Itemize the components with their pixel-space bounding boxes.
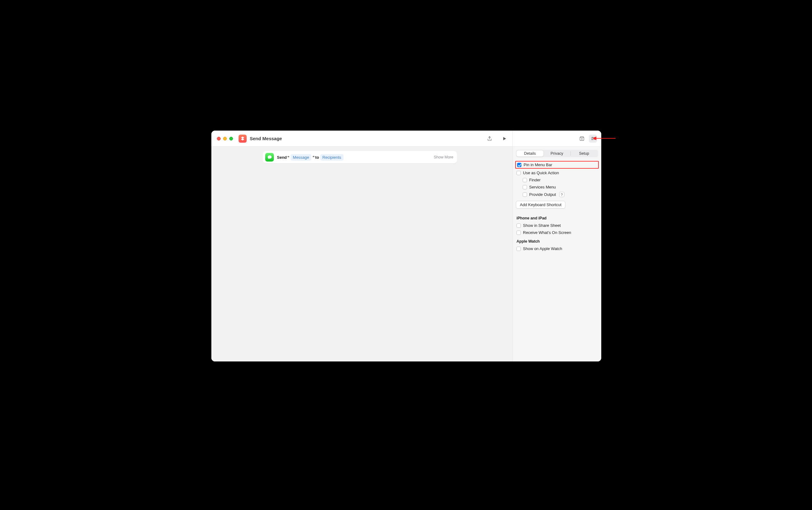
tab-details[interactable]: Details [517,150,543,157]
section-apple-watch: Apple Watch [517,239,598,244]
window-title: Send Message [250,136,282,141]
run-button[interactable] [500,135,509,143]
use-as-quick-action-checkbox[interactable] [517,171,521,175]
services-menu-checkbox[interactable] [523,185,527,189]
annotation-arrow [592,137,615,140]
show-in-share-sheet-checkbox[interactable] [517,223,521,228]
arrow-line [596,138,615,139]
provide-output-checkbox[interactable] [523,193,527,197]
pin-in-menu-bar-label: Pin in Menu Bar [524,163,552,167]
services-menu-label: Services Menu [529,185,556,189]
pin-in-menu-bar-checkbox[interactable] [517,163,521,167]
add-keyboard-shortcut-button[interactable]: Add Keyboard Shortcut [516,201,566,208]
window-controls [217,137,233,141]
receive-whats-on-screen-row: Receive What's On Screen [515,229,599,236]
provide-output-label: Provide Output [529,192,556,197]
provide-output-row: Provide Output ? [515,191,599,198]
show-on-apple-watch-row: Show on Apple Watch [515,245,599,252]
library-button[interactable] [578,135,586,143]
messages-app-icon [265,153,274,162]
shortcuts-app-icon [239,135,246,143]
quote-close: ” [313,155,315,160]
show-on-apple-watch-label: Show on Apple Watch [523,246,562,251]
quote-open: “ [288,155,290,160]
toolbar-center-group [486,131,509,146]
use-as-quick-action-label: Use as Quick Action [523,171,559,175]
show-on-apple-watch-checkbox[interactable] [517,247,521,251]
arrow-head-icon [592,137,596,140]
action-sentence: Send “ Message ” to Recipients [277,154,344,161]
app-window: Send Message [211,131,601,362]
recipients-token[interactable]: Recipients [320,154,344,161]
finder-label: Finder [529,178,541,182]
show-in-share-sheet-label: Show in Share Sheet [523,223,561,228]
services-menu-row: Services Menu [515,183,599,191]
zoom-window-button[interactable] [229,137,233,141]
pin-in-menu-bar-row: Pin in Menu Bar [515,161,599,169]
use-as-quick-action-row: Use as Quick Action [515,169,599,176]
window-body: Send “ Message ” to Recipients Show More… [211,147,601,362]
tab-privacy[interactable]: Privacy [543,150,570,157]
finder-checkbox[interactable] [523,178,527,182]
inspector-tabs: Details Privacy Setup [516,150,598,157]
toolbar-divider [513,131,513,146]
titlebar: Send Message [211,131,601,147]
action-verb: Send [277,155,287,160]
send-message-action[interactable]: Send “ Message ” to Recipients Show More [263,151,457,163]
tab-setup[interactable]: Setup [571,150,598,157]
to-word: to [315,155,319,160]
inspector-sidebar: Details Privacy Setup Pin in Menu Bar Us… [513,147,601,362]
section-iphone-ipad: iPhone and iPad [517,216,598,220]
show-more-button[interactable]: Show More [434,155,453,159]
finder-row: Finder [515,176,599,183]
share-button[interactable] [486,135,494,143]
editor-canvas[interactable]: Send “ Message ” to Recipients Show More [211,147,513,362]
show-in-share-sheet-row: Show in Share Sheet [515,222,599,229]
provide-output-help-icon[interactable]: ? [559,192,564,197]
receive-whats-on-screen-checkbox[interactable] [517,231,521,235]
receive-whats-on-screen-label: Receive What's On Screen [523,230,571,235]
close-window-button[interactable] [217,137,221,141]
minimize-window-button[interactable] [223,137,227,141]
message-token[interactable]: Message [291,154,311,161]
